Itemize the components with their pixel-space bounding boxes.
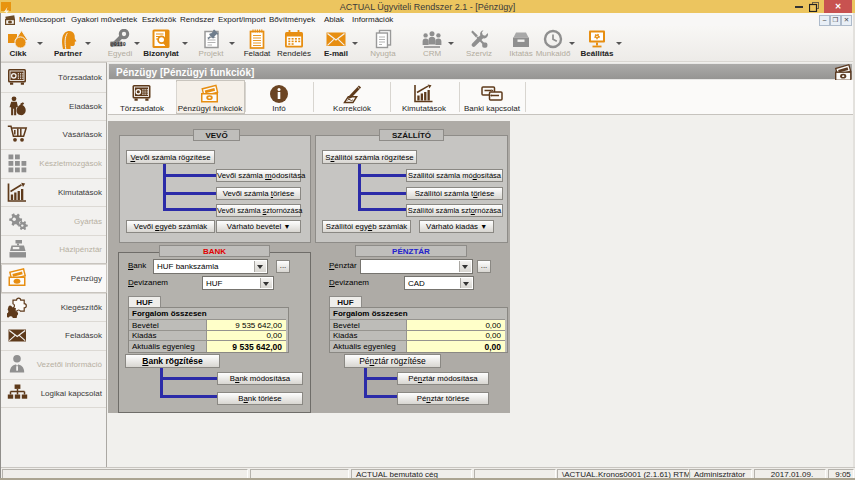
svg-text:@0110: @0110 [111, 42, 126, 48]
